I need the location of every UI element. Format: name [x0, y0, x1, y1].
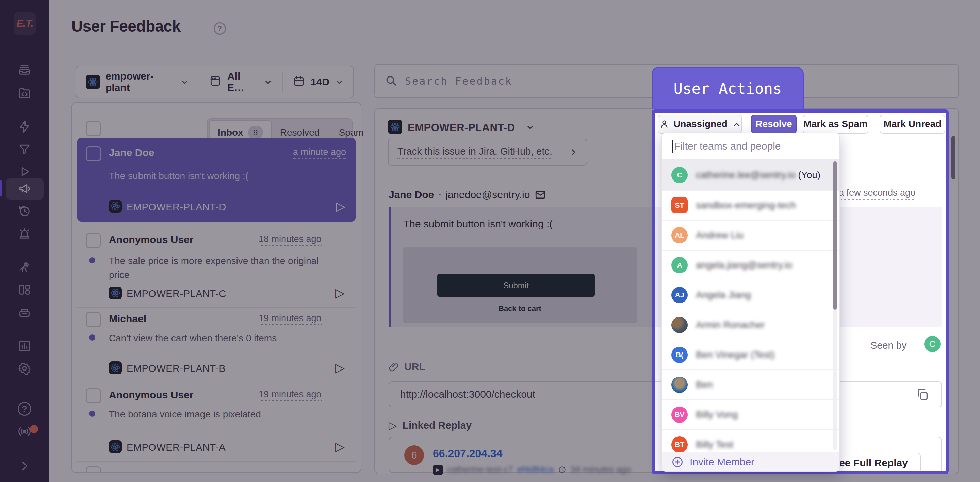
- replay-ip-link[interactable]: 66.207.204.34: [433, 447, 503, 460]
- linked-replay-header[interactable]: ▷ Linked Replay: [388, 419, 472, 432]
- tab-spam-label: Spam: [339, 127, 363, 138]
- member-row[interactable]: AJ Angela Jiang: [662, 280, 840, 310]
- resolve-button[interactable]: Resolve: [751, 114, 797, 133]
- page: E.T.: [0, 0, 980, 482]
- member-row[interactable]: B( Ben Vinegar (Test): [662, 339, 840, 369]
- invite-member-row[interactable]: Invite Member: [662, 452, 840, 471]
- member-avatar-0: C: [671, 167, 688, 183]
- url-label: URL: [404, 361, 425, 373]
- chevron-down-icon[interactable]: [526, 123, 535, 132]
- react-project-icon: [86, 75, 100, 89]
- react-project-icon: [109, 287, 122, 300]
- tab-inbox-label: Inbox: [218, 127, 243, 138]
- user-actions-tour-tab: User Actions: [652, 67, 804, 109]
- dashboards-grid-icon[interactable]: [18, 283, 31, 296]
- member-row[interactable]: Armin Ronacher: [662, 310, 840, 339]
- feedback-message-text: The submit button isn't working :(: [403, 218, 553, 230]
- item-divider: [77, 461, 356, 461]
- member-avatar-7-photo: [671, 377, 688, 393]
- alerts-siren-icon[interactable]: [18, 227, 31, 240]
- replay-meta-row: ▶ catherine-test-c7 ef4d84ca 34 minutes …: [433, 465, 631, 475]
- member-name: Ben: [696, 379, 713, 390]
- collapse-chevron-icon[interactable]: [18, 459, 31, 473]
- person-icon: [659, 119, 669, 129]
- chevron-right-icon: [569, 148, 578, 157]
- assignee-label: Unassigned: [673, 119, 727, 130]
- member-name: angela.jiang@sentry.io: [696, 260, 792, 271]
- item-checkbox-partial[interactable]: [86, 466, 101, 472]
- member-row[interactable]: Ben: [662, 369, 840, 400]
- detail-project-selector[interactable]: EMPOWER-PLANT-D: [408, 122, 515, 134]
- project-filter[interactable]: empower-plant: [76, 66, 199, 98]
- member-you-suffix: (You): [795, 170, 821, 180]
- member-row[interactable]: ST sandbox-emerging-tech: [662, 190, 840, 220]
- item-checkbox[interactable]: [86, 312, 101, 327]
- track-issue-button[interactable]: Track this issue in Jira, GitHub, etc.: [388, 139, 587, 165]
- help-icon[interactable]: ?: [18, 402, 31, 416]
- chevron-up-icon: [732, 120, 740, 128]
- replay-play-icon[interactable]: ▷: [335, 361, 345, 375]
- item-project: EMPOWER-PLANT-A: [127, 442, 226, 453]
- paperclip-icon: [388, 362, 399, 372]
- react-project-icon: [388, 120, 402, 134]
- reporter-row: Jane Doe • janedoe@sentry.io: [388, 189, 546, 201]
- replay-play-icon[interactable]: ▷: [335, 286, 345, 300]
- member-row[interactable]: A angela.jiang@sentry.io: [662, 250, 840, 280]
- assignee-dropdown-button[interactable]: Unassigned: [658, 114, 742, 133]
- screenshot-submit-button: Submit: [437, 274, 595, 297]
- member-row[interactable]: AL Andrew Liu: [662, 220, 840, 250]
- explore-telescope-icon[interactable]: [18, 260, 31, 274]
- envelope-icon[interactable]: [535, 189, 546, 201]
- copy-url-button[interactable]: [911, 385, 934, 404]
- search-placeholder: Search Feedback: [405, 75, 512, 87]
- app-logo[interactable]: E.T.: [14, 12, 36, 35]
- seen-by-avatar: C: [924, 336, 940, 352]
- item-checkbox[interactable]: [86, 388, 101, 403]
- archive-box-icon[interactable]: [18, 306, 31, 319]
- member-name: Andrew Liu: [696, 230, 743, 241]
- member-avatar-5-photo: [671, 317, 688, 333]
- title-help-icon[interactable]: ?: [214, 22, 226, 35]
- item-name: Jane Doe: [109, 147, 154, 159]
- url-value: http://localhost:3000/checkout: [400, 388, 535, 400]
- replay-play-icon[interactable]: ▷: [336, 199, 345, 214]
- react-project-icon: [109, 200, 122, 213]
- replay-session: catherine-test-c7: [447, 465, 513, 475]
- mark-as-spam-button[interactable]: Mark as Spam: [803, 114, 869, 133]
- item-name: Anonymous User: [109, 234, 193, 246]
- resolve-label: Resolve: [756, 119, 792, 130]
- lightning-icon[interactable]: [18, 120, 31, 133]
- filter-teams-input[interactable]: Filter teams and people: [662, 133, 840, 160]
- feedback-item-selected[interactable]: Jane Doe a minute ago The submit button …: [77, 138, 356, 222]
- date-range-filter[interactable]: 14D: [283, 66, 353, 98]
- settings-gear-icon[interactable]: [18, 362, 31, 375]
- filter-placeholder: Filter teams and people: [674, 140, 781, 152]
- member-name: Armin Ronacher: [696, 320, 765, 330]
- projects-icon[interactable]: [18, 86, 31, 100]
- item-checkbox[interactable]: [86, 146, 101, 162]
- funnel-icon[interactable]: [18, 143, 31, 156]
- history-clock-icon[interactable]: [18, 204, 31, 218]
- calendar-icon: [292, 75, 305, 90]
- environment-filter[interactable]: All E…: [199, 66, 282, 98]
- mark-unread-button[interactable]: Mark Unread: [880, 114, 945, 133]
- select-all-checkbox[interactable]: [86, 121, 101, 136]
- feedback-megaphone-icon[interactable]: [18, 182, 31, 195]
- member-name: Angela Jiang: [696, 290, 751, 300]
- member-row[interactable]: BV Billy Vong: [662, 400, 840, 429]
- member-name: Billy Vong: [696, 409, 738, 420]
- member-row[interactable]: C catherine.lee@sentry.io (You): [662, 160, 840, 190]
- item-message: The botana voice image is pixelated: [109, 407, 334, 422]
- whats-new-broadcast-icon[interactable]: [18, 425, 31, 438]
- dropdown-scrollbar-thumb[interactable]: [833, 162, 837, 310]
- item-project: EMPOWER-PLANT-C: [127, 288, 226, 300]
- unread-dot: [89, 411, 95, 417]
- clock-icon: [558, 465, 566, 474]
- replays-play-icon[interactable]: [18, 165, 31, 178]
- member-avatar-4: AJ: [671, 287, 688, 303]
- replay-play-icon[interactable]: ▷: [335, 439, 345, 454]
- issues-icon[interactable]: [18, 63, 31, 76]
- detail-scrollbar-thumb[interactable]: [951, 136, 956, 179]
- stats-chart-icon[interactable]: [18, 339, 31, 353]
- item-checkbox[interactable]: [86, 233, 101, 248]
